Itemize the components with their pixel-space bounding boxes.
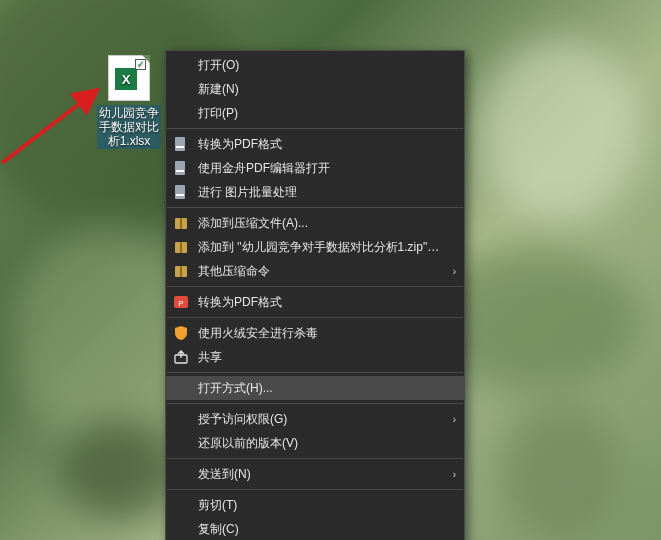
blank-icon [172,56,190,74]
menu-item-add-zip-named[interactable]: 添加到 "幼儿园竞争对手数据对比分析1.zip" (T) [166,235,464,259]
blank-icon [172,434,190,452]
pdf-icon [172,159,190,177]
menu-item-send-to[interactable]: 发送到(N)› [166,462,464,486]
menu-item-restore[interactable]: 还原以前的版本(V) [166,431,464,455]
menu-item-label: 其他压缩命令 [198,263,442,280]
blank-icon [172,465,190,483]
menu-separator [167,372,463,373]
blank-icon [172,496,190,514]
menu-item-open[interactable]: 打开(O) [166,53,464,77]
pdf-icon [172,135,190,153]
menu-item-grant[interactable]: 授予访问权限(G)› [166,407,464,431]
desktop-file-label: 幼儿园竞争手数据对比析1.xlsx [97,105,161,149]
archive-icon [172,262,190,280]
menu-item-new[interactable]: 新建(N) [166,77,464,101]
blank-icon [172,80,190,98]
menu-item-label: 授予访问权限(G) [198,411,442,428]
menu-item-label: 转换为PDF格式 [198,294,442,311]
menu-item-label: 进行 图片批量处理 [198,184,442,201]
menu-separator [167,207,463,208]
svg-rect-5 [176,194,184,196]
menu-item-label: 还原以前的版本(V) [198,435,442,452]
menu-item-label: 剪切(T) [198,497,442,514]
menu-item-label: 新建(N) [198,81,442,98]
menu-item-print[interactable]: 打印(P) [166,101,464,125]
menu-separator [167,403,463,404]
menu-separator [167,286,463,287]
blank-icon [172,379,190,397]
menu-separator [167,317,463,318]
context-menu: 打开(O)新建(N)打印(P)转换为PDF格式使用金舟PDF编辑器打开进行 图片… [165,50,465,540]
menu-item-to-pdf[interactable]: 转换为PDF格式 [166,132,464,156]
blank-icon [172,104,190,122]
svg-rect-11 [180,266,182,277]
blank-icon [172,410,190,428]
svg-rect-3 [176,170,184,172]
svg-rect-4 [175,185,185,199]
blank-icon [172,520,190,538]
menu-item-huorong[interactable]: 使用火绒安全进行杀毒 [166,321,464,345]
pdf-icon [172,183,190,201]
svg-rect-9 [180,242,182,253]
svg-text:P: P [178,299,183,308]
menu-item-to-pdf-2[interactable]: P转换为PDF格式 [166,290,464,314]
menu-item-cut[interactable]: 剪切(T) [166,493,464,517]
svg-rect-1 [176,146,184,148]
svg-rect-0 [175,137,185,151]
archive-icon [172,214,190,232]
shield-icon [172,324,190,342]
chevron-right-icon: › [453,469,456,480]
selected-check-icon: ✓ [135,59,146,70]
menu-item-label: 使用火绒安全进行杀毒 [198,325,442,342]
menu-item-label: 打开方式(H)... [198,380,442,397]
menu-item-label: 复制(C) [198,521,442,538]
chevron-right-icon: › [453,414,456,425]
menu-item-batch-img[interactable]: 进行 图片批量处理 [166,180,464,204]
menu-item-copy[interactable]: 复制(C) [166,517,464,540]
menu-item-label: 打开(O) [198,57,442,74]
menu-separator [167,458,463,459]
desktop-file[interactable]: X ✓ 幼儿园竞争手数据对比析1.xlsx [97,55,161,149]
svg-rect-2 [175,161,185,175]
menu-item-open-with[interactable]: 打开方式(H)... [166,376,464,400]
menu-separator [167,128,463,129]
pdf-red-icon: P [172,293,190,311]
menu-item-label: 转换为PDF格式 [198,136,442,153]
menu-item-label: 添加到 "幼儿园竞争对手数据对比分析1.zip" (T) [198,239,442,256]
menu-item-label: 使用金舟PDF编辑器打开 [198,160,442,177]
menu-item-other-zip[interactable]: 其他压缩命令› [166,259,464,283]
menu-item-jinshu-pdf[interactable]: 使用金舟PDF编辑器打开 [166,156,464,180]
menu-item-label: 发送到(N) [198,466,442,483]
menu-item-add-zip[interactable]: 添加到压缩文件(A)... [166,211,464,235]
menu-item-share[interactable]: 共享 [166,345,464,369]
archive-icon [172,238,190,256]
share-icon [172,348,190,366]
menu-item-label: 添加到压缩文件(A)... [198,215,442,232]
chevron-right-icon: › [453,266,456,277]
menu-item-label: 共享 [198,349,442,366]
menu-separator [167,489,463,490]
excel-file-icon: X ✓ [108,55,150,101]
svg-rect-7 [180,218,182,229]
menu-item-label: 打印(P) [198,105,442,122]
excel-badge: X [115,68,137,90]
